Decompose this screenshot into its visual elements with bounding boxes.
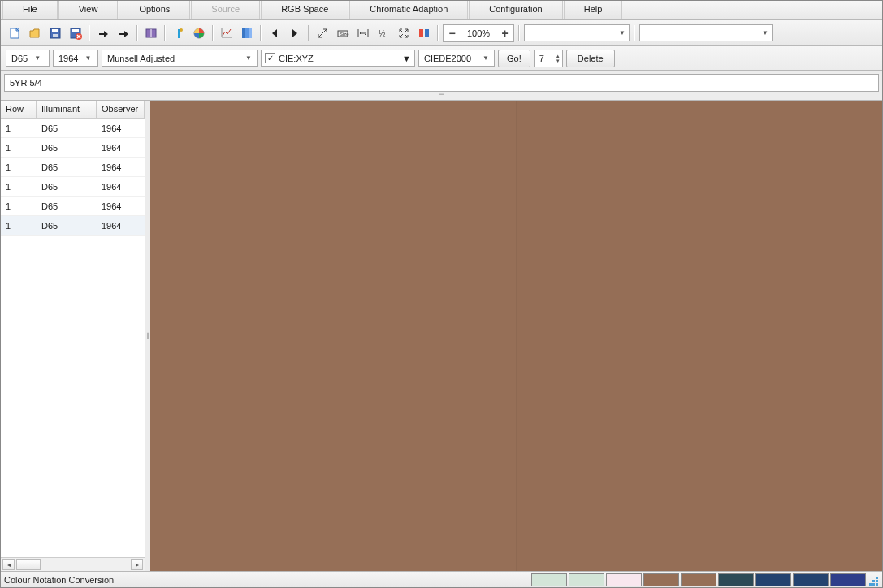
cell-observer: 1964 — [97, 143, 145, 153]
cell-row: 1 — [1, 143, 37, 153]
cell-row: 1 — [1, 182, 37, 192]
zoom-control: − 100% + — [443, 24, 514, 42]
status-text: Colour Notation Conversion — [4, 575, 531, 585]
cell-row: 1 — [1, 123, 37, 133]
color-swatch[interactable] — [681, 573, 716, 586]
fit-width-icon[interactable] — [354, 24, 372, 42]
svg-rect-5 — [72, 29, 79, 32]
table-row[interactable]: 1D651964 — [1, 216, 145, 236]
chart-icon[interactable] — [218, 24, 236, 42]
svg-rect-13 — [249, 28, 252, 38]
col-header-row[interactable]: Row — [1, 101, 37, 118]
cell-illuminant: D65 — [37, 221, 97, 231]
cell-illuminant: D65 — [37, 162, 97, 172]
zoom-in-button[interactable]: + — [496, 25, 513, 41]
color-swatch[interactable] — [643, 573, 679, 586]
color-swatch[interactable] — [793, 573, 829, 586]
table-row[interactable]: 1D651964 — [1, 119, 145, 138]
cell-row: 1 — [1, 201, 37, 211]
horizontal-scrollbar[interactable]: ◂ ▸ — [1, 557, 145, 571]
toolbar: Size ½ − 100% + ▼ ▼ — [1, 20, 882, 46]
color-wheel-icon[interactable] — [190, 24, 208, 42]
zoom-value[interactable]: 100% — [461, 28, 496, 38]
svg-text:Size: Size — [340, 32, 349, 37]
table-row[interactable]: 1D651964 — [1, 177, 145, 197]
gradient-icon[interactable] — [238, 24, 256, 42]
horizontal-splitter[interactable]: ═ — [1, 92, 882, 98]
table-row[interactable]: 1D651964 — [1, 158, 145, 177]
scroll-thumb[interactable] — [16, 559, 41, 570]
col-header-illuminant[interactable]: Illuminant — [37, 101, 97, 118]
resize-grip-icon[interactable] — [868, 573, 879, 586]
options-bar: D65▼ 1964▼ Munsell Adjusted▼ ✓ CIE:XYZ▼ … — [1, 46, 882, 71]
arrow-left-icon[interactable] — [266, 24, 284, 42]
save-disabled-icon[interactable] — [67, 24, 84, 42]
menu-help[interactable]: Help — [564, 1, 623, 19]
menu-file[interactable]: File — [2, 1, 58, 19]
svg-rect-22 — [869, 583, 872, 586]
illuminant-select[interactable]: D65▼ — [6, 50, 50, 67]
menu-options[interactable]: Options — [119, 1, 190, 19]
book-icon[interactable] — [142, 24, 160, 42]
cell-illuminant: D65 — [37, 143, 97, 153]
menu-configuration[interactable]: Configuration — [469, 1, 562, 19]
svg-rect-24 — [876, 583, 878, 586]
count-spinner[interactable]: 7▲▼ — [534, 50, 563, 67]
compare-icon[interactable] — [415, 24, 433, 42]
arrow-right-icon[interactable] — [286, 24, 304, 42]
cell-observer: 1964 — [97, 201, 145, 211]
toolbar-combo-2[interactable]: ▼ — [639, 24, 773, 41]
toolbar-combo-1[interactable]: ▼ — [524, 24, 630, 41]
table-row[interactable]: 1D651964 — [1, 197, 145, 216]
expand-icon[interactable] — [395, 24, 413, 42]
resize-diag-icon[interactable] — [314, 24, 331, 42]
scroll-right-icon[interactable]: ▸ — [131, 559, 143, 570]
col-header-observer[interactable]: Observer — [97, 101, 145, 118]
cell-observer: 1964 — [97, 123, 145, 133]
cell-observer: 1964 — [97, 162, 145, 172]
color-swatch[interactable] — [830, 573, 866, 586]
menu-chromatic-adaption[interactable]: Chromatic Adaption — [349, 1, 468, 19]
info-icon[interactable] — [170, 24, 188, 42]
color-swatch[interactable] — [569, 573, 604, 586]
svg-point-9 — [180, 28, 183, 32]
cell-illuminant: D65 — [37, 123, 97, 133]
menu-rgb-space[interactable]: RGB Space — [261, 1, 348, 19]
svg-rect-18 — [425, 29, 429, 37]
half-icon[interactable]: ½ — [374, 24, 392, 42]
import-icon[interactable] — [94, 24, 112, 42]
cell-observer: 1964 — [97, 182, 145, 192]
menu-bar: File View Options Source RGB Space Chrom… — [1, 1, 882, 20]
svg-rect-2 — [52, 29, 58, 32]
cell-illuminant: D65 — [37, 182, 97, 192]
color-preview — [150, 101, 882, 571]
data-table-panel: Row Illuminant Observer 1D6519641D651964… — [1, 101, 145, 571]
color-swatch[interactable] — [755, 573, 791, 586]
new-icon[interactable] — [6, 24, 24, 42]
preview-right — [517, 101, 882, 571]
open-icon[interactable] — [26, 24, 44, 42]
colorspace-checkbox[interactable]: ✓ — [265, 53, 275, 63]
color-swatch[interactable] — [531, 573, 567, 586]
table-body: 1D6519641D6519641D6519641D6519641D651964… — [1, 119, 145, 557]
svg-text:½: ½ — [379, 29, 386, 38]
delta-e-select[interactable]: CIEDE2000▼ — [418, 50, 495, 67]
table-row[interactable]: 1D651964 — [1, 138, 145, 158]
save-icon[interactable] — [46, 24, 64, 42]
zoom-out-button[interactable]: − — [444, 25, 461, 41]
svg-rect-20 — [872, 580, 875, 582]
size-icon[interactable]: Size — [334, 24, 352, 42]
export-icon[interactable] — [115, 24, 132, 42]
go-button[interactable]: Go! — [498, 50, 530, 67]
observer-select[interactable]: 1964▼ — [53, 50, 98, 67]
color-swatch[interactable] — [718, 573, 754, 586]
colorspace-select[interactable]: ✓ CIE:XYZ▼ — [261, 50, 415, 67]
color-notation-field[interactable]: 5YR 5/4 — [4, 74, 879, 92]
cell-row: 1 — [1, 221, 37, 231]
color-swatch[interactable] — [606, 573, 642, 586]
preview-left — [150, 101, 517, 571]
scroll-left-icon[interactable]: ◂ — [2, 559, 15, 570]
menu-view[interactable]: View — [58, 1, 119, 19]
notation-select[interactable]: Munsell Adjusted▼ — [102, 50, 258, 67]
delete-button[interactable]: Delete — [566, 50, 615, 67]
